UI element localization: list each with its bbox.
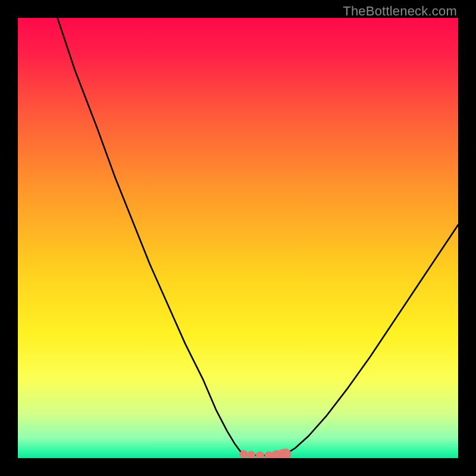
curve-right-branch [286, 225, 458, 455]
bottom-marker-2 [256, 452, 264, 458]
watermark-text: TheBottleneck.com [343, 4, 457, 19]
bottom-marker-0 [240, 450, 248, 458]
plot-area [18, 18, 458, 458]
curve-left-branch [58, 18, 244, 454]
bottom-marker-6 [280, 449, 292, 458]
bottom-marker-1 [248, 451, 255, 458]
curve-layer [18, 18, 458, 458]
chart-frame: TheBottleneck.com [0, 0, 476, 476]
